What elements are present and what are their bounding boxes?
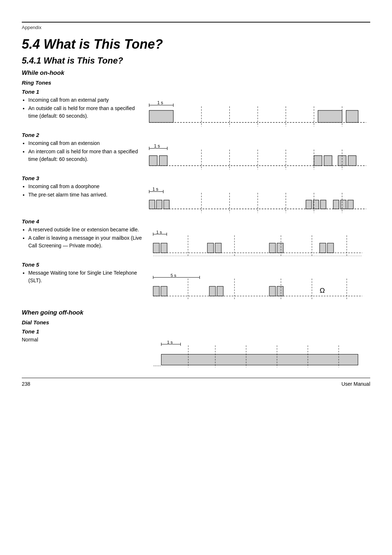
tone4-block: A reserved outside line or extension bec… [0, 224, 392, 259]
svg-rect-39 [306, 200, 312, 209]
footer-page: 238 [22, 381, 30, 387]
tone2-block: Incoming call from an extension An inter… [0, 138, 392, 172]
svg-rect-59 [215, 243, 221, 253]
svg-rect-41 [320, 200, 326, 209]
footer-right: User Manual [342, 381, 370, 387]
when-offhook-title: When going off-hook [0, 305, 392, 316]
svg-rect-76 [161, 286, 167, 296]
tone1-heading: Tone 1 [0, 86, 392, 95]
tone1-text: Incoming call from an external party An … [22, 96, 145, 121]
tone5-label: Tone 5 [22, 262, 39, 268]
while-onhook-title: While on-hook [0, 66, 392, 77]
svg-rect-7 [346, 110, 358, 122]
footer: 238 User Manual [0, 378, 392, 390]
svg-text:1 s: 1 s [152, 187, 158, 192]
svg-text:1 s: 1 s [167, 340, 173, 344]
svg-rect-21 [314, 155, 322, 166]
tone2-heading: Tone 2 [0, 129, 392, 138]
tone3-label: Tone 3 [22, 175, 39, 181]
dial-tones-title: Dial Tones [0, 316, 392, 325]
svg-text:Ω: Ω [320, 287, 325, 294]
svg-rect-61 [277, 243, 283, 253]
page: Appendix 5.4 What is This Tone? 5.4.1 Wh… [0, 22, 392, 555]
breadcrumb: Appendix [0, 23, 392, 30]
dial-tone1-heading: Tone 1 [0, 325, 392, 335]
svg-rect-44 [348, 200, 354, 209]
tone3-heading: Tone 3 [0, 172, 392, 181]
tone3-block: Incoming call from a doorphone The pre-s… [0, 181, 392, 215]
svg-rect-91 [161, 354, 358, 365]
tone3-bullet1: Incoming call from a doorphone [28, 183, 145, 190]
ring-tones-title: Ring Tones [0, 77, 392, 86]
svg-rect-5 [149, 110, 173, 122]
tone3-diagram: 1 s [145, 186, 370, 215]
tone1-diagram: 1 s [145, 100, 370, 129]
tone4-bullet1: A reserved outside line or extension bec… [28, 226, 145, 234]
main-title: 5.4 What is This Tone? [0, 30, 392, 52]
tone2-text: Incoming call from an extension An inter… [22, 139, 145, 164]
svg-rect-78 [217, 286, 223, 296]
tone5-text: Message Waiting tone for Single Line Tel… [22, 269, 145, 285]
svg-rect-42 [333, 200, 339, 209]
svg-rect-43 [340, 200, 346, 209]
section-title: 5.4.1 What is This Tone? [0, 52, 392, 66]
dial-tone1-normal: Normal [22, 337, 38, 343]
svg-rect-20 [159, 155, 167, 166]
dial-tone1-text: Normal [22, 336, 145, 344]
dial-tone1-diagram: 1 s [145, 340, 370, 370]
tone1-bullet1: Incoming call from an external party [28, 96, 145, 104]
dial-tone1-label: Tone 1 [22, 328, 39, 335]
tone5-diagram: 5 s Ω [145, 273, 370, 302]
tone4-label: Tone 4 [22, 218, 39, 224]
tone4-bullet2: A caller is leaving a message in your ma… [28, 234, 145, 250]
svg-rect-80 [277, 286, 283, 296]
tone5-heading: Tone 5 [0, 259, 392, 268]
svg-rect-19 [149, 155, 157, 166]
svg-rect-56 [153, 243, 159, 253]
tone2-bullet2: An intercom call is held for more than a… [28, 148, 145, 163]
svg-rect-63 [327, 243, 334, 253]
svg-rect-58 [207, 243, 213, 253]
svg-rect-77 [209, 286, 216, 296]
svg-rect-57 [161, 243, 167, 253]
dial-tone1-block: Normal 1 s [0, 335, 392, 370]
tone1-label: Tone 1 [22, 89, 39, 95]
tone2-bullet1: Incoming call from an extension [28, 139, 145, 147]
tone4-heading: Tone 4 [0, 215, 392, 224]
svg-rect-75 [153, 286, 159, 296]
svg-text:5 s: 5 s [171, 273, 176, 278]
tone2-diagram: 1 s [145, 143, 370, 172]
tone4-text: A reserved outside line or extension bec… [22, 226, 145, 250]
svg-rect-37 [156, 200, 162, 209]
tone2-label: Tone 2 [22, 132, 39, 138]
tone4-diagram: 1 s [145, 230, 370, 259]
svg-rect-79 [269, 286, 275, 296]
tone5-bullet1: Message Waiting tone for Single Line Tel… [28, 269, 145, 284]
svg-rect-60 [269, 243, 275, 253]
svg-rect-38 [164, 200, 170, 209]
tone1-bullet2: An outside call is held for more than a … [28, 105, 145, 120]
tone3-text: Incoming call from a doorphone The pre-s… [22, 183, 145, 199]
tone3-bullet2: The pre-set alarm time has arrived. [28, 191, 145, 199]
svg-rect-36 [149, 200, 155, 209]
tone5-block: Message Waiting tone for Single Line Tel… [0, 268, 392, 302]
svg-text:1 s: 1 s [156, 230, 162, 234]
svg-rect-22 [324, 155, 332, 166]
svg-text:1 s: 1 s [157, 100, 163, 105]
svg-rect-24 [348, 155, 356, 166]
svg-text:1 s: 1 s [154, 143, 160, 149]
tone1-block: Incoming call from an external party An … [0, 95, 392, 129]
svg-rect-6 [318, 110, 342, 122]
svg-rect-62 [320, 243, 326, 253]
